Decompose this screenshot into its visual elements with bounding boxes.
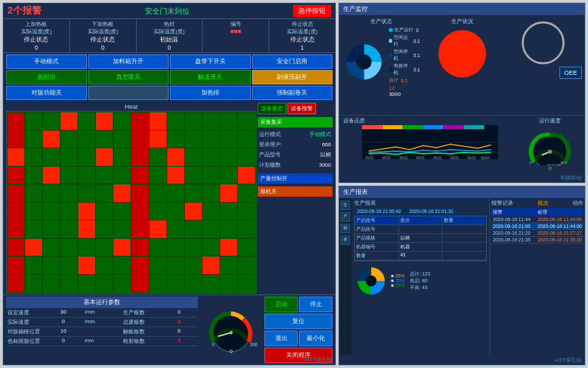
param-val-4b: 3 — [160, 337, 198, 346]
btn-stop[interactable]: 停止 — [299, 297, 332, 312]
svg-text:300: 300 — [560, 161, 568, 165]
run-mode-val: 手动模式 — [309, 131, 331, 138]
heat-cell — [167, 167, 184, 184]
legend-label-3: 空闲停机 — [394, 48, 411, 62]
heat-cell — [78, 112, 95, 130]
heat-cell — [96, 275, 113, 292]
heat-cell — [7, 167, 24, 184]
heat-cell — [131, 167, 148, 184]
legend-count: 12 — [389, 85, 420, 91]
heat-cell — [25, 239, 42, 256]
prod-cell-3a: 机器编号 — [355, 243, 399, 251]
legend-item-5: 合计 0.1 — [389, 77, 420, 84]
heat-cell — [43, 203, 60, 220]
heat-map-label: Heat — [6, 103, 256, 111]
prod-cell-4b: 43 — [399, 252, 443, 260]
heat-cell — [25, 112, 42, 130]
fault-row-2[interactable]: 2020-09-16 21:00 2020-09-16 11:44:00 — [491, 223, 583, 230]
ctrl-sublabel-1: 实际温度(度) — [5, 28, 67, 35]
heat-cell — [25, 167, 42, 184]
btn-sub-hydraulic[interactable]: 副液压副开 — [252, 70, 333, 84]
ctrl-col-2: 下加热板 实际温度(度) 停止状态 0 — [70, 19, 137, 52]
login-user-val: 666 — [322, 141, 331, 148]
heat-cell — [167, 239, 184, 256]
heat-cell — [131, 148, 148, 166]
btn-touch-send[interactable]: 触送开关 — [170, 70, 251, 84]
heat-cell — [78, 184, 95, 202]
heat-cell — [96, 167, 113, 184]
prod-header-3: 数量 — [443, 216, 486, 224]
ctrl-val-1: 0 — [5, 44, 67, 51]
heat-cell — [185, 256, 202, 274]
product-type-val: 以柄 — [320, 151, 331, 158]
prod-cell-2a: 产品规格 — [355, 234, 399, 242]
rsb-item-4[interactable]: 表 — [341, 235, 350, 245]
param-label-4b: 检射板数 — [122, 337, 159, 346]
svg-point-30 — [548, 150, 552, 154]
gauge-area: 0 300 150 0 — [201, 297, 262, 363]
watermark-left: HTT深孔钻 — [305, 356, 332, 363]
watermark-bottom-right: HTT深孔钻 — [555, 357, 582, 363]
legend-label-4: 有效停机 — [394, 63, 411, 76]
param-label-2a: 实际速度 — [6, 318, 44, 327]
fault-row-1: 2020-09-16 11:44 2020-09-16 11:44:00 — [491, 216, 583, 223]
production-ctrl-btn[interactable]: 产量控制开 — [258, 173, 332, 184]
btn-vacuum[interactable]: 真空吸关 — [88, 70, 169, 84]
heat-cell — [167, 203, 184, 220]
btn-align-func[interactable]: 对版功能关 — [6, 86, 87, 100]
heat-cell — [238, 148, 255, 166]
btn-heat-seal[interactable]: 热封排 — [6, 70, 87, 84]
heat-cell — [203, 220, 220, 238]
heat-cell — [114, 167, 131, 184]
btn-start[interactable]: 启动 — [264, 297, 298, 312]
legend-label-5: 合计 — [389, 77, 398, 84]
btn-reset[interactable]: 复位 — [264, 314, 332, 329]
heat-cell — [7, 239, 24, 256]
ctrl-col-5: 停止状态 实际温度(度) 停止状态 1 — [269, 19, 335, 52]
ctrl-sublabel-3: 实际温度(度) — [139, 28, 201, 35]
rsb-item-1[interactable]: 生 — [341, 201, 350, 210]
prod-row-1: 产品批号 — [355, 225, 486, 234]
heat-cell — [96, 184, 113, 202]
top-right-panel: 生产监控 生产状态 — [339, 3, 585, 183]
fault-col-1: 报警 — [493, 209, 538, 216]
stop-btn[interactable]: 敲机关 — [258, 186, 332, 197]
btn-belt-open[interactable]: 盘带下开关 — [170, 54, 251, 69]
fault-action: 动作 — [572, 199, 583, 207]
btn-heat-row[interactable]: 加热排 — [170, 86, 251, 100]
heat-cell — [238, 184, 255, 202]
rsb-item-2[interactable]: 产 — [341, 212, 350, 222]
btn-feed-open[interactable]: 加料箱升开 — [88, 54, 169, 69]
small-legend-1: ■ 25% — [391, 273, 404, 278]
legend-val-1: 0 — [416, 28, 419, 33]
heat-cell — [185, 275, 202, 292]
heat-cell — [150, 131, 167, 148]
small-pie-section: ■ 25% ■ 25% ■ 25% 总计: 123 良品: 80 不良: 43 — [354, 264, 487, 298]
btn-manual-mode[interactable]: 手动模式 — [6, 54, 87, 69]
svg-text:0: 0 — [212, 342, 215, 347]
fault-time-4: 2020-09-16 21:35 — [493, 237, 530, 242]
pie-chart-2 — [435, 27, 489, 81]
btn-exit[interactable]: 退出 — [264, 331, 298, 346]
top-controls: 上加热板 实际温度(度) 停止状态 0 下加热板 实际温度(度) 停止状态 0 … — [3, 19, 335, 53]
ctrl-label-5: 停止状态 — [271, 20, 333, 28]
rsb-item-3[interactable]: 报 — [341, 224, 350, 233]
legend-item-4: 有效停机 0.1 — [389, 63, 420, 76]
device-alarm-btn[interactable]: 设备报警 — [288, 103, 316, 114]
emergency-button[interactable]: 急停按钮 — [293, 5, 331, 17]
prod-header-1: 产品批号 — [355, 216, 399, 224]
btn-force-roll[interactable]: 强制副卷关 — [252, 86, 333, 100]
device-status-btn[interactable]: 设备状态 — [258, 103, 286, 114]
param-label-3a: 对版确移位置 — [6, 327, 44, 336]
heat-cell — [7, 184, 24, 202]
heat-cell — [78, 239, 95, 256]
ctrl-sublabel-5: 实际温度(度) — [271, 28, 333, 35]
btn-safety-door[interactable]: 安全门启用 — [252, 54, 333, 69]
ctrl-status-5: 停止状态 — [271, 35, 333, 44]
heat-cell — [60, 220, 77, 238]
svg-point-10 — [523, 22, 564, 63]
heat-cell — [96, 112, 113, 130]
svg-rect-13 — [383, 125, 403, 129]
plan-count-row: 计划服数 3000 — [258, 161, 332, 169]
btn-minimize[interactable]: 最小化 — [299, 331, 332, 346]
